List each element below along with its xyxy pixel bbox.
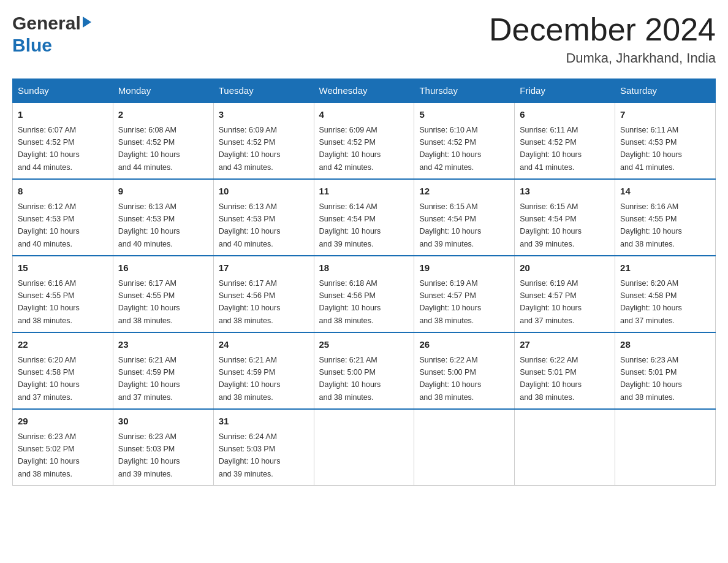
day-number: 8: [18, 185, 108, 199]
day-cell-8: 8 Sunrise: 6:12 AMSunset: 4:53 PMDayligh…: [13, 179, 113, 256]
week-row-5: 29 Sunrise: 6:23 AMSunset: 5:02 PMDaylig…: [13, 409, 716, 486]
day-number: 9: [118, 185, 208, 199]
day-number: 18: [319, 261, 409, 275]
day-number: 2: [118, 108, 208, 122]
header-sunday: Sunday: [13, 79, 113, 103]
day-info: Sunrise: 6:09 AMSunset: 4:52 PMDaylight:…: [219, 126, 281, 172]
day-cell-11: 11 Sunrise: 6:14 AMSunset: 4:54 PMDaylig…: [314, 179, 414, 256]
day-cell-20: 20 Sunrise: 6:19 AMSunset: 4:57 PMDaylig…: [515, 256, 615, 332]
day-cell-10: 10 Sunrise: 6:13 AMSunset: 4:53 PMDaylig…: [213, 179, 314, 256]
day-number: 19: [419, 261, 509, 275]
day-number: 30: [118, 415, 208, 429]
day-number: 5: [419, 108, 509, 122]
day-cell-15: 15 Sunrise: 6:16 AMSunset: 4:55 PMDaylig…: [13, 256, 113, 332]
day-info: Sunrise: 6:17 AMSunset: 4:56 PMDaylight:…: [219, 279, 281, 325]
day-number: 25: [319, 338, 409, 352]
day-cell-24: 24 Sunrise: 6:21 AMSunset: 4:59 PMDaylig…: [213, 332, 314, 409]
day-info: Sunrise: 6:22 AMSunset: 5:00 PMDaylight:…: [419, 356, 481, 402]
day-cell-14: 14 Sunrise: 6:16 AMSunset: 4:55 PMDaylig…: [615, 179, 716, 256]
day-cell-4: 4 Sunrise: 6:09 AMSunset: 4:52 PMDayligh…: [314, 102, 414, 179]
day-cell-18: 18 Sunrise: 6:18 AMSunset: 4:56 PMDaylig…: [314, 256, 414, 332]
day-cell-31: 31 Sunrise: 6:24 AMSunset: 5:03 PMDaylig…: [213, 409, 314, 486]
day-number: 31: [219, 415, 309, 429]
day-number: 12: [419, 185, 509, 199]
day-info: Sunrise: 6:15 AMSunset: 4:54 PMDaylight:…: [520, 202, 582, 248]
day-info: Sunrise: 6:12 AMSunset: 4:53 PMDaylight:…: [18, 202, 80, 248]
day-cell-5: 5 Sunrise: 6:10 AMSunset: 4:52 PMDayligh…: [414, 102, 515, 179]
empty-cell-4-3: [314, 409, 414, 486]
day-cell-13: 13 Sunrise: 6:15 AMSunset: 4:54 PMDaylig…: [515, 179, 615, 256]
day-info: Sunrise: 6:10 AMSunset: 4:52 PMDaylight:…: [419, 126, 481, 172]
empty-cell-4-6: [615, 409, 716, 486]
week-row-4: 22 Sunrise: 6:20 AMSunset: 4:58 PMDaylig…: [13, 332, 716, 409]
week-row-3: 15 Sunrise: 6:16 AMSunset: 4:55 PMDaylig…: [13, 256, 716, 332]
logo-blue-text: Blue: [12, 35, 52, 55]
day-info: Sunrise: 6:13 AMSunset: 4:53 PMDaylight:…: [118, 202, 180, 248]
week-row-2: 8 Sunrise: 6:12 AMSunset: 4:53 PMDayligh…: [13, 179, 716, 256]
day-cell-27: 27 Sunrise: 6:22 AMSunset: 5:01 PMDaylig…: [515, 332, 615, 409]
day-number: 14: [620, 185, 710, 199]
empty-cell-4-5: [515, 409, 615, 486]
day-number: 16: [118, 261, 208, 275]
day-cell-26: 26 Sunrise: 6:22 AMSunset: 5:00 PMDaylig…: [414, 332, 515, 409]
day-cell-30: 30 Sunrise: 6:23 AMSunset: 5:03 PMDaylig…: [113, 409, 213, 486]
day-number: 26: [419, 338, 509, 352]
day-number: 20: [520, 261, 610, 275]
day-cell-23: 23 Sunrise: 6:21 AMSunset: 4:59 PMDaylig…: [113, 332, 213, 409]
title-section: December 2024 Dumka, Jharkhand, India: [489, 12, 716, 66]
day-cell-9: 9 Sunrise: 6:13 AMSunset: 4:53 PMDayligh…: [113, 179, 213, 256]
day-cell-19: 19 Sunrise: 6:19 AMSunset: 4:57 PMDaylig…: [414, 256, 515, 332]
logo-arrow-icon: [83, 17, 91, 28]
day-info: Sunrise: 6:21 AMSunset: 4:59 PMDaylight:…: [219, 356, 281, 402]
day-number: 13: [520, 185, 610, 199]
day-info: Sunrise: 6:22 AMSunset: 5:01 PMDaylight:…: [520, 356, 582, 402]
day-number: 29: [18, 415, 108, 429]
day-number: 27: [520, 338, 610, 352]
day-info: Sunrise: 6:21 AMSunset: 4:59 PMDaylight:…: [118, 356, 180, 402]
day-info: Sunrise: 6:23 AMSunset: 5:03 PMDaylight:…: [118, 432, 180, 478]
header-tuesday: Tuesday: [213, 79, 314, 103]
day-info: Sunrise: 6:23 AMSunset: 5:02 PMDaylight:…: [18, 432, 80, 478]
day-info: Sunrise: 6:09 AMSunset: 4:52 PMDaylight:…: [319, 126, 381, 172]
header-saturday: Saturday: [615, 79, 716, 103]
header-friday: Friday: [515, 79, 615, 103]
day-info: Sunrise: 6:20 AMSunset: 4:58 PMDaylight:…: [18, 356, 80, 402]
day-cell-28: 28 Sunrise: 6:23 AMSunset: 5:01 PMDaylig…: [615, 332, 716, 409]
header-monday: Monday: [113, 79, 213, 103]
day-info: Sunrise: 6:17 AMSunset: 4:55 PMDaylight:…: [118, 279, 180, 325]
day-number: 28: [620, 338, 710, 352]
day-info: Sunrise: 6:07 AMSunset: 4:52 PMDaylight:…: [18, 126, 80, 172]
day-number: 1: [18, 108, 108, 122]
day-number: 7: [620, 108, 710, 122]
day-number: 15: [18, 261, 108, 275]
header-wednesday: Wednesday: [314, 79, 414, 103]
day-info: Sunrise: 6:19 AMSunset: 4:57 PMDaylight:…: [520, 279, 582, 325]
day-number: 17: [219, 261, 309, 275]
day-cell-17: 17 Sunrise: 6:17 AMSunset: 4:56 PMDaylig…: [213, 256, 314, 332]
day-number: 21: [620, 261, 710, 275]
day-info: Sunrise: 6:11 AMSunset: 4:53 PMDaylight:…: [620, 126, 682, 172]
month-title: December 2024: [489, 12, 716, 47]
day-cell-1: 1 Sunrise: 6:07 AMSunset: 4:52 PMDayligh…: [13, 102, 113, 179]
day-info: Sunrise: 6:20 AMSunset: 4:58 PMDaylight:…: [620, 279, 682, 325]
location-title: Dumka, Jharkhand, India: [489, 50, 716, 66]
logo-general-text: General: [12, 12, 81, 34]
day-cell-2: 2 Sunrise: 6:08 AMSunset: 4:52 PMDayligh…: [113, 102, 213, 179]
day-number: 24: [219, 338, 309, 352]
day-number: 23: [118, 338, 208, 352]
day-cell-3: 3 Sunrise: 6:09 AMSunset: 4:52 PMDayligh…: [213, 102, 314, 179]
day-cell-6: 6 Sunrise: 6:11 AMSunset: 4:52 PMDayligh…: [515, 102, 615, 179]
day-info: Sunrise: 6:11 AMSunset: 4:52 PMDaylight:…: [520, 126, 582, 172]
day-info: Sunrise: 6:23 AMSunset: 5:01 PMDaylight:…: [620, 356, 682, 402]
day-info: Sunrise: 6:21 AMSunset: 5:00 PMDaylight:…: [319, 356, 381, 402]
day-number: 6: [520, 108, 610, 122]
header-thursday: Thursday: [414, 79, 515, 103]
calendar-table: SundayMondayTuesdayWednesdayThursdayFrid…: [12, 79, 716, 486]
day-number: 3: [219, 108, 309, 122]
day-cell-29: 29 Sunrise: 6:23 AMSunset: 5:02 PMDaylig…: [13, 409, 113, 486]
day-cell-12: 12 Sunrise: 6:15 AMSunset: 4:54 PMDaylig…: [414, 179, 515, 256]
day-info: Sunrise: 6:24 AMSunset: 5:03 PMDaylight:…: [219, 432, 281, 478]
day-cell-7: 7 Sunrise: 6:11 AMSunset: 4:53 PMDayligh…: [615, 102, 716, 179]
day-cell-16: 16 Sunrise: 6:17 AMSunset: 4:55 PMDaylig…: [113, 256, 213, 332]
day-number: 11: [319, 185, 409, 199]
